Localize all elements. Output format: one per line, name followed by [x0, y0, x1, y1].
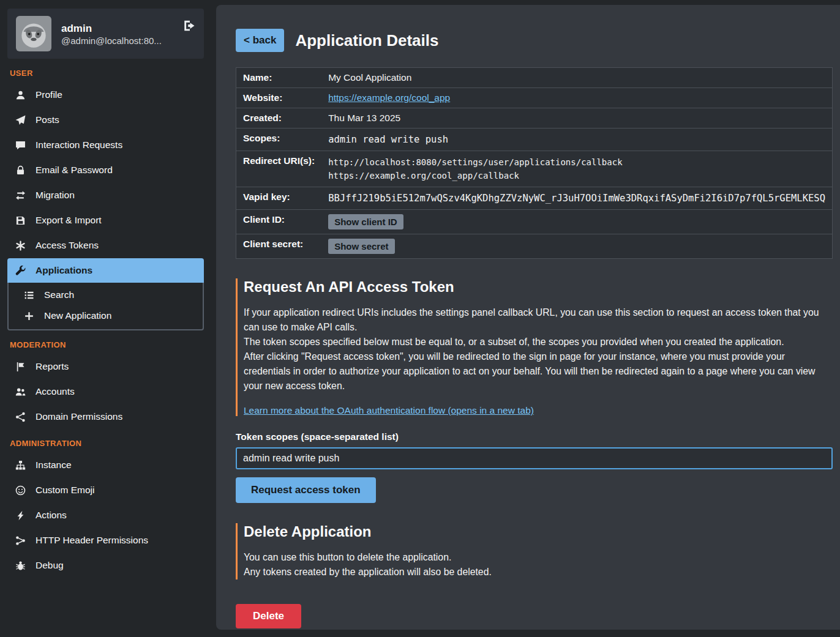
created-date-value: Thu Mar 13 2025: [321, 108, 832, 129]
sidebar-item-profile[interactable]: Profile: [7, 83, 204, 107]
table-row: Website: https://example.org/cool_app: [236, 88, 833, 108]
sign-out-icon: [183, 20, 195, 32]
show-secret-button[interactable]: Show secret: [328, 239, 394, 254]
website-link[interactable]: https://example.org/cool_app: [328, 92, 450, 103]
user-info: admin @admin@localhost:80...: [61, 22, 162, 46]
sidebar-item-label: Posts: [36, 114, 59, 125]
sidebar-item-label: Profile: [36, 89, 62, 100]
wrench-icon: [15, 266, 26, 276]
lock-icon: [15, 165, 26, 176]
sidebar-item-label: Access Tokens: [36, 240, 99, 251]
application-details-table: Name: My Cool Application Website: https…: [236, 67, 833, 259]
request-access-token-button[interactable]: Request access token: [236, 477, 376, 503]
sidebar-item-label: Actions: [36, 510, 67, 521]
table-row: Client ID: Show client ID: [236, 210, 833, 234]
request-token-paragraph: After clicking "Request access token", y…: [244, 349, 833, 393]
scopes-value: admin read write push: [321, 129, 832, 151]
sidebar-item-email-password[interactable]: Email & Password: [7, 158, 204, 182]
sidebar-item-label: Custom Emoji: [36, 485, 94, 496]
main-outer: < back Application Details Name: My Cool…: [211, 0, 840, 637]
sidebar-item-instance[interactable]: Instance: [7, 453, 204, 477]
sidebar-item-domain-permissions[interactable]: Domain Permissions: [7, 404, 204, 429]
paper-plane-icon: [15, 115, 26, 125]
sidebar-item-http-header-permissions[interactable]: HTTP Header Permissions: [7, 528, 204, 553]
sidebar-item-migration[interactable]: Migration: [7, 183, 204, 207]
page-header: < back Application Details: [236, 29, 833, 52]
sidebar-item-posts[interactable]: Posts: [7, 108, 204, 132]
delete-application-heading: Delete Application: [244, 523, 833, 540]
token-scopes-label: Token scopes (space-separated list): [236, 431, 833, 442]
application-name-value: My Cool Application: [321, 68, 832, 88]
show-client-id-button[interactable]: Show client ID: [328, 214, 403, 229]
sitemap-icon: [15, 460, 26, 471]
sidebar-item-accounts[interactable]: Accounts: [7, 379, 204, 404]
request-token-paragraph: The token scopes specified below must be…: [244, 335, 833, 349]
redirect-uri-value: http://localhost:8080/settings/user/appl…: [328, 155, 825, 169]
vapid-key-value: BBJffJ219b5iE512m7wQSzv4KgKDhgZZVzNyWC_r…: [321, 187, 832, 210]
sidebar-item-access-tokens[interactable]: Access Tokens: [7, 233, 204, 258]
sidebar-item-reports[interactable]: Reports: [7, 354, 204, 379]
sidebar: admin @admin@localhost:80... USER Profil…: [0, 0, 211, 637]
request-token-section: Request An API Access Token If your appl…: [236, 278, 833, 416]
sidebar-item-label: Export & Import: [36, 215, 102, 226]
bug-icon: [15, 561, 26, 571]
smiley-icon: [15, 485, 26, 496]
section-label-administration: ADMINISTRATION: [10, 439, 201, 448]
sidebar-item-label: Accounts: [36, 386, 75, 397]
detail-label: Client secret:: [236, 234, 322, 259]
page-title: Application Details: [295, 31, 438, 50]
user-handle: @admin@localhost:80...: [61, 35, 162, 46]
oauth-docs-link[interactable]: Learn more about the OAuth authenticatio…: [244, 405, 534, 416]
sidebar-item-label: Reports: [36, 361, 69, 372]
detail-label: Website:: [236, 88, 322, 108]
sidebar-item-actions[interactable]: Actions: [7, 503, 204, 527]
plus-icon: [23, 311, 35, 321]
sidebar-item-interaction-requests[interactable]: Interaction Requests: [7, 133, 204, 157]
list-icon: [23, 290, 35, 300]
network-icon: [15, 535, 26, 546]
sidebar-item-new-application[interactable]: New Application: [9, 305, 203, 326]
sidebar-item-applications-search[interactable]: Search: [9, 285, 203, 305]
delete-application-line: You can use this button to delete the ap…: [244, 550, 833, 565]
bolt-icon: [15, 510, 26, 521]
back-button[interactable]: < back: [236, 29, 284, 52]
sidebar-item-debug[interactable]: Debug: [7, 553, 204, 578]
request-token-paragraph: If your application redirect URIs includ…: [244, 305, 833, 335]
sidebar-item-label: New Application: [44, 310, 111, 321]
user-name: admin: [61, 22, 162, 35]
sidebar-item-label: Applications: [36, 265, 92, 276]
sidebar-item-label: Debug: [36, 560, 64, 571]
sidebar-item-label: Instance: [36, 460, 72, 471]
sidebar-item-label: Email & Password: [36, 165, 113, 176]
asterisk-icon: [15, 240, 26, 251]
floppy-disk-icon: [15, 215, 26, 226]
token-scopes-input[interactable]: [236, 447, 833, 469]
table-row: Created: Thu Mar 13 2025: [236, 108, 833, 129]
table-row: Scopes: admin read write push: [236, 129, 833, 151]
sidebar-item-custom-emoji[interactable]: Custom Emoji: [7, 478, 204, 502]
detail-label: Vapid key:: [236, 187, 322, 210]
sidebar-item-export-import[interactable]: Export & Import: [7, 208, 204, 233]
detail-label: Scopes:: [236, 129, 322, 151]
request-token-heading: Request An API Access Token: [244, 278, 833, 296]
delete-application-line: Any tokens created by the application wi…: [244, 565, 833, 579]
logout-button[interactable]: [182, 18, 197, 33]
table-row: Name: My Cool Application: [236, 68, 833, 88]
flag-icon: [15, 362, 26, 372]
sidebar-item-label: Interaction Requests: [36, 140, 122, 151]
user-card[interactable]: admin @admin@localhost:80...: [7, 9, 204, 59]
detail-label: Created:: [236, 108, 322, 129]
sidebar-item-applications[interactable]: Applications: [7, 258, 204, 283]
detail-label: Name:: [236, 68, 322, 88]
sidebar-item-label: Migration: [36, 190, 75, 201]
table-row: Client secret: Show secret: [236, 234, 833, 259]
sidebar-item-label: Domain Permissions: [36, 411, 122, 422]
avatar: [16, 16, 51, 51]
comment-icon: [15, 140, 26, 151]
delete-button[interactable]: Delete: [236, 604, 301, 628]
applications-subnav: Search New Application: [7, 283, 204, 330]
table-row: Redirect URI(s): http://localhost:8080/s…: [236, 151, 833, 187]
table-row: Vapid key: BBJffJ219b5iE512m7wQSzv4KgKDh…: [236, 187, 833, 210]
redirect-uri-value: https://example.org/cool_app/callback: [328, 169, 825, 182]
sidebar-item-label: HTTP Header Permissions: [36, 535, 148, 546]
